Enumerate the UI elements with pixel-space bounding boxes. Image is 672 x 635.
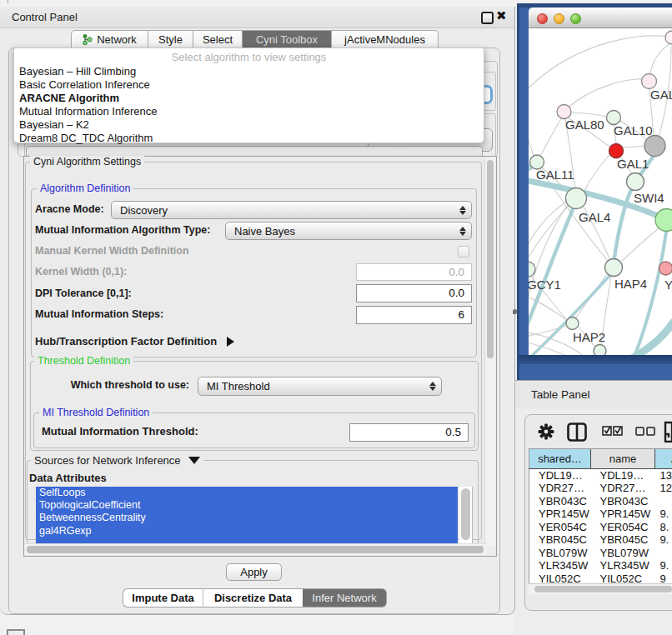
control-panel-titlebar[interactable]: Control Panel ✖: [0, 7, 514, 28]
float-window-button[interactable]: [481, 12, 494, 24]
network-edge[interactable]: [650, 43, 670, 74]
tab-cyni-toolbox[interactable]: Cyni Toolbox: [243, 30, 332, 48]
network-node-GAL2[interactable]: [642, 74, 657, 89]
table-row[interactable]: YDR27…YDR27…12: [529, 482, 672, 495]
node-attribute-table[interactable]: shared…nameA YDL19…YDL19…13YDR27…YDR27…1…: [529, 448, 672, 585]
column-layout-icon[interactable]: [567, 422, 587, 442]
popup-item-bayesian-hill-climbing[interactable]: Bayesian – Hill Climbing: [19, 65, 136, 78]
tab-infer-network[interactable]: Infer Network: [303, 588, 387, 608]
list-item-gal4rgexp[interactable]: gal4RGexp: [36, 525, 458, 538]
network-node-HAP4[interactable]: [605, 259, 623, 277]
table-row[interactable]: YBR045CYBR045C9.: [529, 533, 672, 547]
mi-algorithm-type-combo[interactable]: Naive Bayes: [225, 222, 472, 240]
close-panel-button[interactable]: ✖: [496, 8, 507, 23]
mi-threshold-field[interactable]: 0.5: [349, 423, 469, 442]
settings-horizontal-scrollbar[interactable]: [25, 543, 487, 555]
network-node-SWI4[interactable]: [627, 173, 644, 191]
table-row[interactable]: YPR145WYPR145W9.: [529, 508, 672, 521]
deselect-all-checkboxes-icon[interactable]: [635, 427, 655, 436]
network-edge[interactable]: [622, 228, 659, 261]
settings-vertical-scrollbar[interactable]: [484, 158, 495, 546]
settings-vscroll-thumb[interactable]: [487, 160, 494, 358]
network-node-bright-green[interactable]: [655, 209, 672, 232]
file-icon[interactable]: [664, 421, 672, 442]
table-cell[interactable]: YBR045C: [529, 533, 591, 547]
table-cell[interactable]: [655, 547, 672, 560]
table-cell[interactable]: YBL079W: [529, 547, 591, 560]
gear-icon[interactable]: [538, 423, 554, 440]
table-row[interactable]: YDL19…YDL19…13: [529, 469, 672, 482]
data-attributes-list[interactable]: SelfLoops TopologicalCoefficient Between…: [36, 487, 458, 544]
table-cell[interactable]: YER054C: [529, 521, 591, 534]
table-cell[interactable]: YDL19…: [529, 469, 591, 482]
dpi-tolerance-field[interactable]: 0.0: [356, 284, 472, 302]
column-header-1[interactable]: shared…: [529, 449, 591, 469]
tab-discretize-data[interactable]: Discretize Data: [203, 588, 303, 608]
network-node-salmon[interactable]: [659, 262, 672, 275]
attribute-list-scrollbar[interactable]: [459, 487, 473, 544]
tab-style[interactable]: Style: [148, 30, 193, 48]
table-cell[interactable]: YER054C: [591, 521, 655, 534]
hub-factor-definition-toggle[interactable]: Hub/Transcription Factor Definition: [35, 335, 234, 348]
network-window-titlebar[interactable]: [529, 8, 672, 28]
popup-item-dream8[interactable]: Dream8 DC_TDC Algorithm: [19, 132, 153, 144]
tab-network[interactable]: Network: [71, 30, 148, 48]
network-node-GAL80[interactable]: [557, 105, 571, 119]
tab-jactivemnodules[interactable]: jActiveMNodules: [332, 30, 439, 48]
table-horizontal-scrollbar[interactable]: [529, 583, 672, 594]
table-cell[interactable]: YLR345W: [591, 559, 655, 572]
network-node-GAL4[interactable]: [566, 188, 587, 209]
table-cell[interactable]: YLR345W: [529, 559, 591, 572]
tab-select[interactable]: Select: [193, 30, 243, 48]
network-edge[interactable]: [540, 118, 561, 156]
select-all-checkboxes-icon[interactable]: [602, 426, 624, 436]
tab-impute-data[interactable]: Impute Data: [123, 588, 203, 608]
network-edge[interactable]: [569, 79, 642, 107]
table-cell[interactable]: YPR145W: [529, 508, 591, 521]
table-cell[interactable]: YBR043C: [529, 495, 591, 508]
kernel-width-field[interactable]: 0.0: [356, 263, 472, 281]
zoom-traffic-light[interactable]: [570, 13, 581, 24]
table-cell[interactable]: [655, 495, 672, 508]
popup-item-basic-correlation[interactable]: Basic Correlation Inference: [19, 78, 150, 91]
column-header-2[interactable]: name: [591, 449, 655, 469]
network-node-top-right[interactable]: [665, 31, 672, 44]
mi-steps-field[interactable]: 6: [356, 306, 472, 324]
network-edge[interactable]: [584, 155, 609, 191]
table-cell[interactable]: 9.: [655, 533, 672, 547]
table-cell[interactable]: 13: [655, 469, 672, 482]
popup-item-aracne[interactable]: ARACNE Algorithm: [19, 92, 119, 104]
network-node-HAP2[interactable]: [566, 318, 579, 330]
network-node-GAL10[interactable]: [607, 111, 621, 125]
table-cell[interactable]: YBR045C: [591, 533, 655, 547]
attribute-list-scroll-thumb[interactable]: [461, 488, 470, 540]
popup-item-mutual-information[interactable]: Mutual Information Inference: [19, 105, 157, 118]
table-row[interactable]: YLR345WYLR345W9.: [529, 559, 672, 572]
table-row[interactable]: YBL079WYBL079W: [529, 547, 672, 560]
network-node-bottom[interactable]: [594, 345, 606, 356]
network-edge[interactable]: [571, 112, 607, 117]
table-cell[interactable]: YDR27…: [529, 482, 591, 495]
apply-button[interactable]: Apply: [226, 563, 282, 581]
sources-toggle[interactable]: Sources for Network Inference: [31, 454, 203, 467]
table-cell[interactable]: 8.: [655, 521, 672, 534]
list-item-betweennesscentrality[interactable]: BetweennessCentrality: [36, 512, 458, 524]
manual-kernel-width-checkbox[interactable]: [458, 246, 469, 258]
table-cell[interactable]: 9.: [655, 559, 672, 572]
table-cell[interactable]: YDL19…: [591, 469, 655, 482]
which-threshold-combo[interactable]: MI Threshold: [198, 377, 442, 396]
settings-hscroll-thumb[interactable]: [27, 546, 484, 553]
minimize-traffic-light[interactable]: [554, 13, 564, 24]
table-cell[interactable]: YBL079W: [591, 547, 655, 560]
close-traffic-light[interactable]: [537, 13, 548, 24]
table-cell[interactable]: YBR043C: [591, 495, 655, 508]
column-header-3[interactable]: A: [655, 449, 672, 469]
list-item-selfloops[interactable]: SelfLoops: [36, 487, 458, 499]
table-row[interactable]: YBR043CYBR043C: [529, 495, 672, 508]
table-cell[interactable]: 12: [655, 482, 672, 495]
network-edge[interactable]: [623, 146, 644, 148]
network-node-GAL1[interactable]: [609, 144, 624, 158]
list-item-topologicalcoefficient[interactable]: TopologicalCoefficient: [36, 499, 458, 512]
network-node-gray-node[interactable]: [644, 136, 665, 157]
aracne-mode-combo[interactable]: Discovery: [111, 201, 472, 219]
